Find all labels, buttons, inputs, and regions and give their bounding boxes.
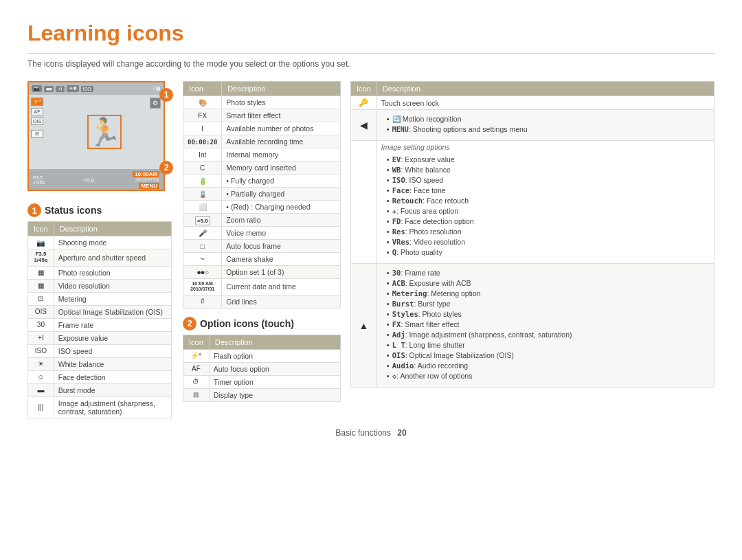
right-col-icon: Icon — [351, 82, 377, 96]
cam-left-icons: ⚡ᴬ AF OIS ⊟ — [29, 95, 45, 169]
mid-icon-cell: ⬜ — [183, 201, 222, 214]
mid-icon-cell: 10:00 AM2010/07/01 — [183, 279, 222, 295]
status-col-icon: Icon — [28, 222, 54, 236]
mid-icon-cell: # — [183, 295, 222, 308]
table-row: ◀ 🔄 Motion recognition MENU: Shooting op… — [351, 110, 715, 141]
list-item: Face: Face tone — [387, 186, 710, 194]
list-item: OIS: Optical Image Stabilization (OIS) — [387, 351, 710, 359]
mid-desc-cell: Current date and time — [222, 279, 341, 295]
table-row: ☺Face detection — [28, 370, 172, 383]
list-item: 30: Frame rate — [387, 269, 710, 277]
list-item: WB: White balance — [387, 166, 710, 174]
cam-bottom-bar: F3.5 1/45s ×5.0 10:00AM 2010/07/01 MENU — [29, 169, 164, 191]
list-item: Res: Photo resolution — [387, 227, 710, 236]
table-row: CMemory card inserted — [183, 161, 341, 175]
mid-desc-cell: Voice memo — [222, 227, 341, 240]
status-icon-cell: 📷 — [28, 236, 54, 249]
table-row: 10:00 AM2010/07/01Current date and time — [183, 279, 341, 295]
table-row: ●●○Option set 1 (of 3) — [183, 266, 341, 279]
annotation-1: 1 — [159, 88, 173, 102]
table-row: Image setting options EV: Exposure value… — [351, 141, 715, 264]
table-row: 🎨Photo styles — [183, 96, 341, 109]
table-row: 🪫• Partially charged — [183, 188, 341, 201]
status-icon-cell: ▬ — [28, 383, 54, 396]
mid-desc-cell: Memory card inserted — [222, 161, 341, 175]
option-section-title: 2 Option icons (touch) — [183, 317, 341, 331]
status-desc-cell: Face detection — [54, 370, 171, 383]
mid-desc-cell: Option set 1 (of 3) — [222, 266, 341, 279]
option-icon-cell: ⚡ᴬ — [183, 349, 210, 362]
mid-desc-cell: Smart filter effect — [222, 109, 341, 122]
list-item: FX: Smart filter effect — [387, 320, 710, 328]
status-icon-cell: ISO — [28, 344, 54, 357]
status-desc-cell: Metering — [54, 292, 171, 305]
mid-icon-cell: FX — [183, 109, 222, 122]
table-row: |||Image adjustment (sharpness, contrast… — [28, 396, 172, 418]
list-item: ISO: ISO speed — [387, 176, 710, 184]
mid-icon-cell: C — [183, 161, 222, 175]
mid-desc-cell: Available number of photos — [222, 122, 341, 135]
right-icon-arrow: ◀ — [351, 110, 377, 141]
cam-center: 🏃 ⚙ — [45, 95, 164, 169]
right-col: Icon Description 🔑 Touch screen lock ◀ 🔄… — [350, 81, 715, 388]
bullet-list-2: EV: Exposure value WB: White balance ISO… — [381, 153, 710, 261]
mid-desc-cell: Available recording time — [222, 135, 341, 148]
cam-bottom-left: F3.5 1/45s — [33, 175, 45, 185]
option-col-icon: Icon — [183, 335, 210, 349]
status-icon-cell: +I — [28, 331, 54, 344]
right-icon-lock: 🔑 — [351, 96, 377, 110]
table-row: 📷Shooting mode — [28, 236, 172, 249]
mid-col: Icon Description 🎨Photo stylesFXSmart fi… — [183, 81, 341, 402]
mid-icon-cell: ●●○ — [183, 266, 222, 279]
list-item: EV: Exposure value — [387, 155, 710, 164]
mid-icon-cell: □ — [183, 240, 222, 253]
bullet-list-3: 30: Frame rate ACB: Exposure with ACB Me… — [381, 266, 710, 385]
mid-desc-cell: Photo styles — [222, 96, 341, 109]
mid-icon-cell: Int — [183, 148, 222, 161]
right-desc-image-settings: Image setting options EV: Exposure value… — [376, 141, 714, 264]
camera-panel: 📷 ■■ +I ☀✱ ISO I ▦ ⚡ᴬ AF OIS ⊟ 🏃 — [27, 81, 172, 418]
footer-page: 20 — [397, 428, 406, 438]
option-desc-cell: Flash option — [209, 349, 340, 362]
table-row: ⚡ᴬFlash option — [183, 349, 341, 362]
status-icon-cell: ⊡ — [28, 292, 54, 305]
table-row: ☀White balance — [28, 357, 172, 370]
table-row: ▦Video resolution — [28, 279, 172, 292]
status-icon-cell: F3.51/45s — [28, 249, 54, 267]
mid-icon-cell: 🎨 — [183, 96, 222, 109]
list-item: Styles: Photo styles — [387, 310, 710, 318]
status-desc-cell: Photo resolution — [54, 266, 171, 279]
mid-icon-cell: ×5.0 — [183, 214, 222, 227]
status-icon-cell: ☀ — [28, 357, 54, 370]
mid-icon-cell: 00:00:20 — [183, 135, 222, 148]
cam-focus-box — [87, 115, 122, 149]
list-item: Audio: Audio recording — [387, 361, 710, 370]
footer-label: Basic functions — [335, 428, 391, 438]
mid-icon-cell: 🎤 — [183, 227, 222, 240]
camera-screen-wrapper: 📷 ■■ +I ☀✱ ISO I ▦ ⚡ᴬ AF OIS ⊟ 🏃 — [27, 81, 165, 191]
cam-settings-btn: ⚙ — [150, 98, 161, 109]
status-num-badge: 1 — [27, 203, 41, 217]
table-row: ⏱Timer option — [183, 375, 341, 388]
list-item: 🔄 Motion recognition — [387, 115, 710, 123]
mid-desc-cell: Camera shake — [222, 253, 341, 266]
camera-screen: 📷 ■■ +I ☀✱ ISO I ▦ ⚡ᴬ AF OIS ⊟ 🏃 — [27, 81, 165, 191]
table-row: AFAuto focus option — [183, 362, 341, 375]
option-col-desc: Description — [209, 335, 340, 349]
list-item: VRes: Video resolution — [387, 238, 710, 246]
table-row: □Auto focus frame — [183, 240, 341, 253]
cam-bottom-right: 10:00AM 2010/07/01 MENU — [133, 171, 159, 189]
right-desc-bullet1: 🔄 Motion recognition MENU: Shooting opti… — [376, 110, 714, 141]
status-section: 1 Status icons Icon Description 📷Shootin… — [27, 203, 172, 418]
status-icon-cell: OIS — [28, 305, 54, 318]
status-icon-cell: ▦ — [28, 266, 54, 279]
list-item: L T: Long time shutter — [387, 341, 710, 349]
table-row: F3.51/45sAperture and shutter speed — [28, 249, 172, 267]
status-desc-cell: Frame rate — [54, 318, 171, 331]
right-desc-bullet3: 30: Frame rate ACB: Exposure with ACB Me… — [376, 264, 714, 388]
mid-icon-cell: 🪫 — [183, 188, 222, 201]
table-row: ⊡Metering — [28, 292, 172, 305]
mid-table: Icon Description 🎨Photo stylesFXSmart fi… — [183, 81, 341, 309]
status-desc-cell: Shooting mode — [54, 236, 171, 249]
status-desc-cell: Video resolution — [54, 279, 171, 292]
